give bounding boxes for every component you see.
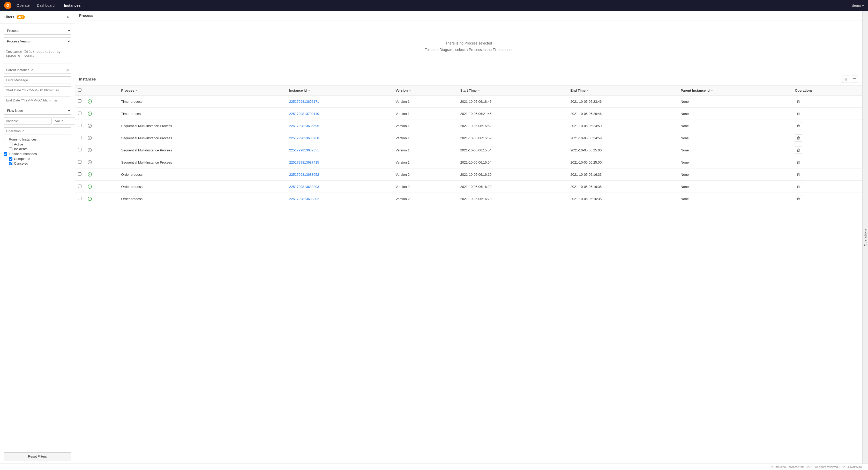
main-layout: Filters 427 K Process Process Version ⊞ (0, 11, 868, 464)
delete-instance-button[interactable]: 🗑 (795, 171, 802, 178)
process-version-select[interactable]: Process Version (4, 37, 71, 45)
delete-instance-button[interactable]: 🗑 (795, 122, 802, 129)
delete-instance-button[interactable]: 🗑 (795, 134, 802, 142)
instance-id-link[interactable]: 2251799813686758 (289, 136, 319, 140)
version-col-header[interactable]: Version ▼ (392, 86, 457, 95)
no-process-line1: There is no Process selected (425, 40, 513, 47)
row-start-time-cell: 2021-10-05 06:16:19 (457, 169, 567, 181)
completed-input[interactable] (9, 157, 12, 161)
finished-instances-input[interactable] (4, 152, 7, 156)
row-select-checkbox[interactable] (78, 112, 82, 115)
row-process-cell: Timer process (118, 108, 286, 120)
row-instance-id-cell: 2251799813688302 (286, 193, 392, 205)
completed-label: Completed (14, 157, 30, 161)
incidents-checkbox[interactable]: Incidents (9, 147, 71, 151)
start-time-col-header[interactable]: Start Time ▼ (457, 86, 567, 95)
row-instance-id-cell: 2251799813696171 (286, 95, 392, 108)
row-parent-instance-cell: None (678, 193, 792, 205)
row-select-checkbox[interactable] (78, 124, 82, 127)
end-date-filter[interactable] (4, 96, 71, 104)
parent-instance-id-col-header[interactable]: Parent Instance Id ▼ (678, 86, 792, 95)
instance-id-link[interactable]: 2251799813700140 (289, 112, 319, 116)
row-checkbox-cell (75, 108, 85, 120)
row-operations-cell: 🗑 (792, 120, 862, 132)
variable-input[interactable] (4, 117, 52, 125)
delete-instance-button[interactable]: 🗑 (795, 195, 802, 202)
row-process-cell: Order process (118, 181, 286, 193)
parent-instance-id-input[interactable] (6, 68, 65, 72)
row-status-cell: ✓ (85, 169, 118, 181)
expand-table-button[interactable]: ⇈ (851, 76, 858, 83)
nav-dashboard[interactable]: Dashboard (35, 2, 57, 8)
active-input[interactable] (9, 143, 12, 146)
start-date-filter[interactable] (4, 86, 71, 94)
row-end-time-cell: 2021-10-05 06:25:00 (567, 144, 678, 156)
select-all-checkbox[interactable] (78, 88, 82, 92)
instance-id-filter[interactable] (4, 48, 71, 63)
collapse-table-button[interactable]: ⇊ (842, 76, 849, 83)
status-icon: ⊘ (88, 124, 92, 128)
canceled-input[interactable] (9, 162, 12, 166)
active-checkbox[interactable]: Active (9, 142, 71, 146)
row-parent-instance-cell: None (678, 95, 792, 108)
app-logo: O (4, 2, 11, 9)
end-time-col-header[interactable]: End Time ▼ (567, 86, 678, 95)
row-version-cell: Version 1 (392, 95, 457, 108)
status-icon: ⊘ (88, 136, 92, 140)
row-start-time-cell: 2021-10-05 06:21:46 (457, 108, 567, 120)
instance-id-link[interactable]: 2251799813696171 (289, 100, 319, 104)
row-select-checkbox[interactable] (78, 172, 82, 176)
row-select-checkbox[interactable] (78, 148, 82, 151)
operations-sidebar-label: Operations (864, 228, 867, 246)
app-name: Operate (17, 3, 30, 7)
running-instances-checkbox[interactable]: Running Instances (4, 138, 71, 141)
flow-node-select[interactable]: Flow Node (4, 107, 71, 115)
instance-id-link[interactable]: 2251799813688203 (289, 185, 319, 189)
filters-collapse-button[interactable]: K (65, 14, 71, 20)
delete-instance-button[interactable]: 🗑 (795, 183, 802, 190)
delete-instance-button[interactable]: 🗑 (795, 146, 802, 154)
row-end-time-cell: 2021-10-05 06:25:00 (567, 156, 678, 169)
canceled-checkbox[interactable]: Canceled (9, 161, 71, 166)
user-menu[interactable]: demo ▾ (852, 3, 864, 7)
instance-id-link[interactable]: 2251799813687351 (289, 148, 319, 152)
no-process-message: There is no Process selected To see a Di… (425, 40, 513, 53)
reset-filters-button[interactable]: Reset Filters (4, 452, 71, 461)
process-col-header[interactable]: Process ▼ (118, 86, 286, 95)
nav-instances[interactable]: Instances (62, 2, 83, 8)
incidents-input[interactable] (9, 147, 12, 151)
status-icon: ✓ (88, 172, 92, 177)
instances-title: Instances (79, 77, 96, 81)
table-row: ✓ Order process 2251799813688203 Version… (75, 181, 862, 193)
row-select-checkbox[interactable] (78, 184, 82, 188)
finished-instances-checkbox[interactable]: Finished Instances (4, 152, 71, 156)
delete-instance-button[interactable]: 🗑 (795, 110, 802, 117)
process-filter-select[interactable]: Process (4, 27, 71, 35)
instances-table-container: Process ▼ Instance Id ▼ (75, 86, 862, 464)
row-end-time-cell: 2021-10-05 06:23:46 (567, 95, 678, 108)
table-row: ⊘ Sequential Multi-Instance Process 2251… (75, 156, 862, 169)
row-select-checkbox[interactable] (78, 99, 82, 103)
delete-instance-button[interactable]: 🗑 (795, 98, 802, 105)
active-label: Active (14, 142, 23, 146)
instance-id-link[interactable]: 2251799813686595 (289, 124, 319, 128)
operation-id-filter[interactable] (4, 127, 71, 135)
instance-id-link[interactable]: 2251799813687435 (289, 160, 319, 164)
instance-id-col-header[interactable]: Instance Id ▼ (286, 86, 392, 95)
instance-id-link[interactable]: 2251799813688302 (289, 197, 319, 201)
row-select-checkbox[interactable] (78, 197, 82, 200)
filters-title: Filters (4, 15, 14, 19)
delete-instance-button[interactable]: 🗑 (795, 159, 802, 166)
row-select-checkbox[interactable] (78, 160, 82, 164)
page-footer: © Camunda Services GmbH 2021. All rights… (0, 464, 868, 470)
row-checkbox-cell (75, 144, 85, 156)
row-status-cell: ⊘ (85, 144, 118, 156)
instance-id-link[interactable]: 2251799813688052 (289, 173, 319, 177)
row-select-checkbox[interactable] (78, 136, 82, 139)
completed-checkbox[interactable]: Completed (9, 157, 71, 161)
row-operations-cell: 🗑 (792, 132, 862, 144)
value-input[interactable] (53, 117, 75, 125)
row-version-cell: Version 2 (392, 169, 457, 181)
error-message-filter[interactable] (4, 76, 71, 84)
running-instances-input[interactable] (4, 138, 7, 141)
